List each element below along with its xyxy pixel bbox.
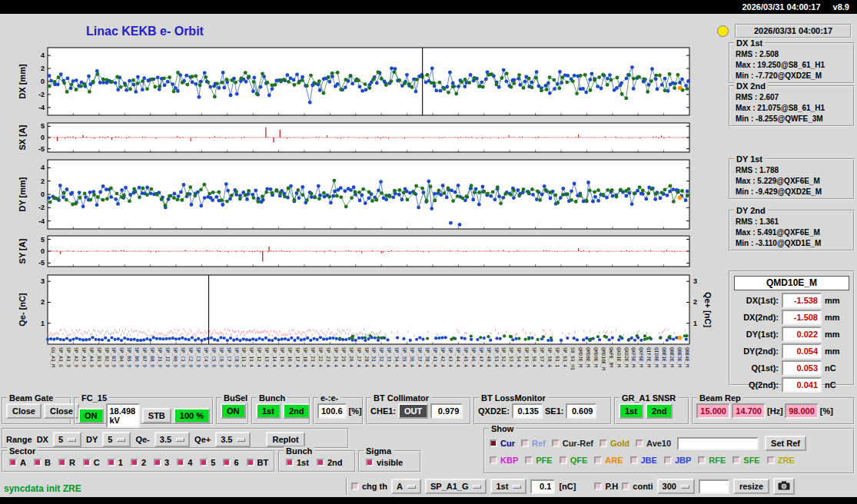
ee-ratio-group: e-:e- 100.6 [%] <box>313 397 364 425</box>
checkbox-rfe[interactable]: RFE <box>698 456 726 465</box>
svg-text:QBE2E_M: QBE2E_M <box>669 347 675 367</box>
checkbox-cur-ref[interactable]: Cur-Ref <box>552 439 593 448</box>
svg-text:SP_11_4: SP_11_4 <box>248 347 254 367</box>
checkbox-indicator <box>600 439 607 447</box>
checkbox-chg-th[interactable]: chg th <box>351 482 387 491</box>
resize-button[interactable]: resize <box>733 479 769 494</box>
checkbox-sfe[interactable]: SFE <box>732 456 759 465</box>
che1-out-button[interactable]: OUT <box>398 403 428 419</box>
fc15-on-button[interactable]: ON <box>78 408 104 423</box>
checkbox-cur[interactable]: Cur <box>490 439 515 448</box>
checkbox-ave10[interactable]: Ave10 <box>636 439 671 448</box>
snsr-2nd-button[interactable]: 2nd <box>646 403 673 419</box>
checkbox-3[interactable]: 3 <box>154 458 169 467</box>
checkbox-jbe[interactable]: JBE <box>630 456 657 465</box>
monitor-row-label: DX(1st): <box>734 296 779 305</box>
range-dx-select[interactable]: 5 <box>53 432 81 447</box>
bunch-2nd-button[interactable]: 2nd <box>283 403 311 419</box>
checkbox-4[interactable]: 4 <box>177 458 192 467</box>
beam-rep-readout-2: 14.700 <box>732 403 766 419</box>
checkbox-bt[interactable]: BT <box>247 458 269 467</box>
stat-group-dy-2nd: DY 2nd RMS : 1.361 Max : 5.491@QXF6E_M M… <box>729 210 855 251</box>
checkbox-gold[interactable]: Gold <box>600 439 629 448</box>
fc15-stb-button[interactable]: STB <box>142 408 171 423</box>
blank-input[interactable] <box>699 479 729 494</box>
bunch-1st-button[interactable]: 1st <box>256 403 281 419</box>
svg-text:QMD10E_M: QMD10E_M <box>600 347 606 370</box>
checkbox-are[interactable]: ARE <box>594 456 623 465</box>
fc15-percent-button[interactable]: 100 % <box>174 408 210 423</box>
checkbox-label: 1 <box>118 458 123 467</box>
count-select[interactable]: 300 <box>657 479 695 494</box>
busel-on-button[interactable]: ON <box>221 403 246 419</box>
svg-text:1: 1 <box>41 320 45 327</box>
checkbox-2nd[interactable]: 2nd <box>317 458 343 467</box>
checkbox-ref[interactable]: Ref <box>521 439 546 448</box>
stat-group-title: DY 1st <box>734 154 765 164</box>
checkbox-indicator <box>521 439 529 447</box>
svg-text:S8_61_H1: S8_61_H1 <box>570 347 576 370</box>
beam-rep-hz-label: [Hz] <box>767 406 783 416</box>
stat-rms: RMS : 1.361 <box>736 217 853 227</box>
checkbox-b[interactable]: B <box>34 458 51 467</box>
group-label: FC_15 <box>79 393 109 403</box>
checkbox-pfe[interactable]: PFE <box>525 456 552 465</box>
sector-select[interactable]: A <box>391 479 421 494</box>
svg-text:-5: -5 <box>38 259 45 267</box>
device-select[interactable]: SP_A1_G <box>425 479 487 494</box>
checkbox-label: B <box>45 458 51 467</box>
checkbox-indicator <box>9 459 17 466</box>
checkbox-visible[interactable]: visible <box>366 458 403 467</box>
checkbox-2[interactable]: 2 <box>131 458 146 467</box>
range-qep-select[interactable]: 3.5 <box>215 432 251 447</box>
checkbox-r[interactable]: R <box>58 458 75 467</box>
checkbox-1st[interactable]: 1st <box>286 458 309 467</box>
range-qem-select[interactable]: 3.5 <box>154 432 190 447</box>
checkbox-label: 2 <box>141 458 146 467</box>
checkbox-indicator <box>698 456 706 464</box>
separator <box>346 478 347 495</box>
bunch-filter-group: Bunch 1st2nd <box>278 450 356 472</box>
snsr-1st-button[interactable]: 1st <box>619 403 643 419</box>
stat-min: Min : -8.255@QWFE_3M <box>736 114 853 124</box>
checkbox-kbp[interactable]: KBP <box>490 456 518 465</box>
range-dy-select[interactable]: 5 <box>102 432 131 447</box>
stat-max: Max : 19.250@S8_61_H1 <box>736 60 853 71</box>
checkbox-6[interactable]: 6 <box>223 458 238 467</box>
camera-button[interactable] <box>773 478 795 495</box>
threshold-input[interactable] <box>530 479 555 494</box>
checkbox-1[interactable]: 1 <box>108 458 123 467</box>
checkbox-label: JBE <box>641 456 657 465</box>
checkbox-conti[interactable]: conti <box>622 482 653 491</box>
svg-text:2: 2 <box>41 65 45 72</box>
svg-text:5: 5 <box>41 122 45 130</box>
beam-gate-close-button-1[interactable]: Close <box>6 403 42 419</box>
group-label: Beam Rep <box>697 393 743 403</box>
camera-icon <box>778 481 790 490</box>
svg-text:SP_B5_9: SP_B5_9 <box>126 347 132 367</box>
replot-button[interactable]: Replot <box>266 432 304 447</box>
group-label: Sector <box>7 446 38 456</box>
svg-text:SP_B4_9: SP_B4_9 <box>118 347 125 367</box>
checkbox-jbp[interactable]: JBP <box>664 456 691 465</box>
checkbox-c[interactable]: C <box>83 458 100 467</box>
bottom-toolbar: chg th A SP_A1_G 1st [nC] P.H conti 300 … <box>346 478 795 495</box>
svg-text:SP_38_4: SP_38_4 <box>424 347 430 367</box>
checkbox-qfe[interactable]: QFE <box>560 456 588 465</box>
checkbox-ph[interactable]: P.H <box>594 482 618 491</box>
checkbox-zre[interactable]: ZRE <box>767 456 795 465</box>
checkbox-label: QFE <box>570 456 588 465</box>
svg-text:SP_C7_9: SP_C7_9 <box>226 347 232 367</box>
set-ref-button[interactable]: Set Ref <box>765 436 806 451</box>
checkbox-5[interactable]: 5 <box>200 458 215 467</box>
monitor-row-value: 0.053 <box>782 360 822 376</box>
bunch-select[interactable]: 1st <box>490 479 526 494</box>
ref-name-input[interactable] <box>677 437 759 450</box>
checkbox-a[interactable]: A <box>9 458 26 467</box>
sigma-group: Sigma visible <box>358 450 421 472</box>
svg-text:-2: -2 <box>38 204 45 211</box>
checkbox-indicator <box>83 459 91 466</box>
option-menu-indicator-icon <box>237 438 245 442</box>
svg-text:SP_37_4: SP_37_4 <box>417 347 423 367</box>
bunch-select-group: Bunch 1st 2nd <box>251 397 311 425</box>
